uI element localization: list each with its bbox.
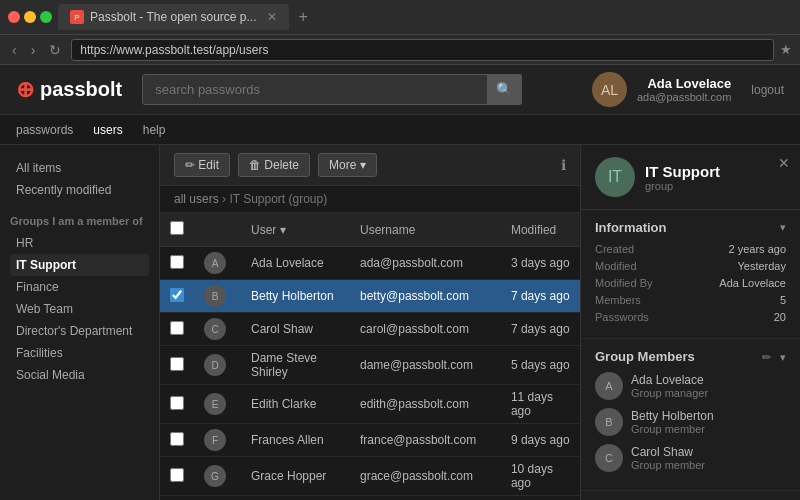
refresh-btn[interactable]: ↻ <box>45 40 65 60</box>
info-value: Yesterday <box>737 260 786 272</box>
member-info: Carol Shaw Group member <box>631 445 705 471</box>
address-bar-input[interactable] <box>71 39 774 61</box>
sidebar-groups-header: Groups I am a member of <box>10 215 149 227</box>
sidebar-item-hr[interactable]: HR <box>10 232 149 254</box>
row-checkbox-cell[interactable] <box>160 280 194 313</box>
new-tab-btn[interactable]: + <box>299 8 308 26</box>
row-username[interactable]: betty@passbolt.com <box>350 280 501 313</box>
row-checkbox[interactable] <box>170 255 184 269</box>
row-username[interactable]: hedy@passbolt.com <box>350 496 501 501</box>
user-email: ada@passbolt.com <box>637 91 731 103</box>
row-name[interactable]: Hedy Lamarr <box>241 496 350 501</box>
members-section-header: Group Members ✏ ▾ <box>595 349 786 364</box>
more-button[interactable]: More ▾ <box>318 153 377 177</box>
sidebar-item-finance[interactable]: Finance <box>10 276 149 298</box>
row-name[interactable]: Edith Clarke <box>241 385 350 424</box>
row-name[interactable]: Dame Steve Shirley <box>241 346 350 385</box>
sidebar-item-directors[interactable]: Director's Department <box>10 320 149 342</box>
row-checkbox[interactable] <box>170 357 184 371</box>
row-username[interactable]: france@passbolt.com <box>350 424 501 457</box>
table-row[interactable]: G Grace Hopper grace@passbolt.com 10 day… <box>160 457 580 496</box>
members-toggle[interactable]: ▾ <box>780 351 786 363</box>
row-avatar-cell: H <box>194 496 241 501</box>
window-min-btn[interactable] <box>24 11 36 23</box>
breadcrumb-root[interactable]: all users <box>174 192 219 206</box>
member-role: Group member <box>631 459 705 471</box>
delete-button[interactable]: 🗑 Delete <box>238 153 310 177</box>
table-row[interactable]: H Hedy Lamarr hedy@passbolt.com 9 days a… <box>160 496 580 501</box>
table-row[interactable]: A Ada Lovelace ada@passbolt.com 3 days a… <box>160 247 580 280</box>
row-name[interactable]: Betty Holberton <box>241 280 350 313</box>
th-username[interactable]: Username <box>350 213 501 247</box>
row-checkbox[interactable] <box>170 288 184 302</box>
sidebar-item-web-team[interactable]: Web Team <box>10 298 149 320</box>
nav-help[interactable]: help <box>143 123 166 137</box>
row-checkbox-cell[interactable] <box>160 346 194 385</box>
browser-tab[interactable]: P Passbolt - The open source p... ✕ <box>58 4 289 30</box>
select-all-checkbox[interactable] <box>170 221 184 235</box>
window-max-btn[interactable] <box>40 11 52 23</box>
row-name[interactable]: Grace Hopper <box>241 457 350 496</box>
row-username[interactable]: dame@passbolt.com <box>350 346 501 385</box>
sidebar: All items Recently modified Groups I am … <box>0 145 160 500</box>
back-btn[interactable]: ‹ <box>8 40 21 60</box>
table-row[interactable]: F Frances Allen france@passbolt.com 9 da… <box>160 424 580 457</box>
favicon: P <box>70 10 84 24</box>
breadcrumb-current: IT Support (group) <box>229 192 327 206</box>
row-modified: 9 days ago <box>501 496 580 501</box>
row-checkbox[interactable] <box>170 432 184 446</box>
nav-passwords[interactable]: passwords <box>16 123 73 137</box>
row-username[interactable]: ada@passbolt.com <box>350 247 501 280</box>
row-checkbox-cell[interactable] <box>160 457 194 496</box>
row-name[interactable]: Ada Lovelace <box>241 247 350 280</box>
search-button[interactable]: 🔍 <box>487 74 522 105</box>
information-rows: Created 2 years ago Modified Yesterday M… <box>595 243 786 323</box>
user-icon: B <box>204 285 226 307</box>
row-checkbox[interactable] <box>170 321 184 335</box>
forward-btn[interactable]: › <box>27 40 40 60</box>
sidebar-item-it-support[interactable]: IT Support <box>10 254 149 276</box>
member-avatar: C <box>595 444 623 472</box>
sidebar-item-recently-modified[interactable]: Recently modified <box>10 179 149 201</box>
sidebar-item-facilities[interactable]: Facilities <box>10 342 149 364</box>
search-input[interactable] <box>142 74 522 105</box>
table-row[interactable]: B Betty Holberton betty@passbolt.com 7 d… <box>160 280 580 313</box>
row-checkbox-cell[interactable] <box>160 247 194 280</box>
th-modified[interactable]: Modified <box>501 213 580 247</box>
row-username[interactable]: edith@passbolt.com <box>350 385 501 424</box>
row-username[interactable]: grace@passbolt.com <box>350 457 501 496</box>
search-bar: 🔍 <box>142 74 522 105</box>
th-user[interactable]: User ▾ <box>241 213 350 247</box>
row-name[interactable]: Carol Shaw <box>241 313 350 346</box>
row-checkbox-cell[interactable] <box>160 385 194 424</box>
sidebar-item-social-media[interactable]: Social Media <box>10 364 149 386</box>
users-table: User ▾ Username Modified A Ada Lovelace … <box>160 213 580 500</box>
edit-button[interactable]: ✏ Edit <box>174 153 230 177</box>
members-edit-icon[interactable]: ✏ <box>762 351 771 363</box>
info-button[interactable]: ℹ <box>561 157 566 173</box>
row-username[interactable]: carol@passbolt.com <box>350 313 501 346</box>
close-icon[interactable]: ✕ <box>267 10 277 24</box>
row-checkbox[interactable] <box>170 468 184 482</box>
table-row[interactable]: C Carol Shaw carol@passbolt.com 7 days a… <box>160 313 580 346</box>
row-name[interactable]: Frances Allen <box>241 424 350 457</box>
member-avatar: A <box>595 372 623 400</box>
information-toggle[interactable]: ▾ <box>780 221 786 234</box>
bookmark-icon[interactable]: ★ <box>780 42 792 57</box>
row-checkbox-cell[interactable] <box>160 496 194 501</box>
window-close-btn[interactable] <box>8 11 20 23</box>
user-icon: C <box>204 318 226 340</box>
logout-button[interactable]: logout <box>751 83 784 97</box>
info-label: Modified By <box>595 277 652 289</box>
table-row[interactable]: D Dame Steve Shirley dame@passbolt.com 5… <box>160 346 580 385</box>
row-checkbox-cell[interactable] <box>160 424 194 457</box>
row-checkbox-cell[interactable] <box>160 313 194 346</box>
close-panel-button[interactable]: ✕ <box>778 155 790 171</box>
table-row[interactable]: E Edith Clarke edith@passbolt.com 11 day… <box>160 385 580 424</box>
detail-panel-header: IT IT Support group ✕ <box>581 145 800 210</box>
nav-users[interactable]: users <box>93 123 122 137</box>
sidebar-item-all-items[interactable]: All items <box>10 157 149 179</box>
th-checkbox[interactable] <box>160 213 194 247</box>
row-checkbox[interactable] <box>170 396 184 410</box>
info-value: 5 <box>780 294 786 306</box>
